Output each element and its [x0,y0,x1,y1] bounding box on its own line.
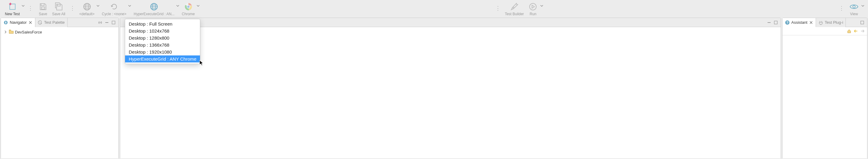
navigator-tab-controls [98,20,118,25]
run-dropdown[interactable] [540,1,544,7]
home-icon[interactable] [846,28,852,34]
dropdown-item[interactable]: Desktop : 1024x768 [125,27,200,34]
dropdown-item[interactable]: Desktop : Full Screen [125,20,200,27]
assistant-panel: ? Assistant Test Plug-i [782,18,867,159]
maximize-icon[interactable] [773,20,778,25]
tab-test-plugin[interactable]: Test Plug-i [816,18,846,27]
maximize-icon[interactable] [860,20,865,25]
save-all-icon [54,2,64,11]
view-button[interactable]: View [847,1,861,17]
globe-grid-icon [149,2,159,11]
tab-assistant-label: Assistant [791,20,807,25]
assistant-body [782,35,867,159]
chrome-icon [184,2,193,11]
chrome-dropdown[interactable] [196,1,200,7]
svg-rect-25 [774,21,777,24]
main-area: Navigator Test Palette [0,18,868,159]
new-test-dropdown[interactable] [22,1,25,7]
dropdown-item[interactable]: Desktop : 1366x768 [125,42,200,48]
run-label: Run [530,12,536,16]
chevron-right-icon[interactable] [4,30,8,34]
svg-rect-23 [112,21,115,24]
toolbar-separator-4: ⋮ [836,1,847,14]
palette-icon [38,20,42,25]
cycle-dropdown[interactable] [128,1,132,7]
tab-plugin-label: Test Plug-i [825,20,843,25]
save-all-label: Save All [52,12,65,16]
tab-test-palette[interactable]: Test Palette [35,18,68,27]
grid-button[interactable]: HyperExecuteGrid : AN... [132,1,176,17]
default-env-label: <default> [80,12,95,16]
cycle-button[interactable]: Cycle : <none> [100,1,128,17]
svg-text:?: ? [786,21,788,24]
tab-assistant[interactable]: ? Assistant [782,18,816,27]
back-arrow-icon[interactable] [853,28,859,34]
svg-point-16 [530,3,536,10]
view-dropdown[interactable] [861,1,865,7]
save-button[interactable]: Save [36,1,50,17]
svg-point-20 [39,23,40,23]
navigator-tree: DevSalesForce [1,27,118,159]
toolbar-separator-3: ⋮ [493,1,503,14]
forward-arrow-icon[interactable] [860,28,865,34]
minimize-icon[interactable] [104,20,109,25]
chrome-label: Chrome [182,12,195,16]
cycle-icon [109,2,119,11]
run-icon [528,2,538,11]
main-toolbar: New Test ⋮ Save Save All ⋮ <default> C [0,0,868,18]
grid-label: HyperExecuteGrid : AN... [134,12,175,16]
folder-icon [9,30,14,35]
save-label: Save [39,12,47,16]
maximize-icon[interactable] [111,20,116,25]
editor-tab-controls [767,20,781,25]
save-icon [38,2,48,11]
svg-rect-24 [768,22,771,23]
navigator-icon [3,20,8,25]
globe-icon [82,2,92,11]
svg-rect-28 [861,21,864,24]
toolbar-separator: ⋮ [25,1,36,14]
grid-dropdown[interactable] [176,1,180,7]
default-env-button[interactable]: <default> [78,1,96,17]
svg-point-17 [853,5,855,8]
tree-item-label: DevSalesForce [15,30,42,34]
tree-item-root[interactable]: DevSalesForce [4,29,115,35]
svg-rect-22 [105,22,108,23]
assistant-mini-toolbar [782,27,867,35]
default-env-dropdown[interactable] [96,1,100,7]
editor-body [120,27,781,159]
svg-point-21 [40,23,41,24]
dropdown-item-selected[interactable]: HyperExecuteGrid : ANY Chrome [125,55,200,62]
minimize-icon[interactable] [767,20,772,25]
new-test-button[interactable]: New Test [3,1,22,17]
resolution-dropdown-menu: Desktop : Full Screen Desktop : 1024x768… [125,19,200,64]
run-button[interactable]: Run [526,1,540,17]
tab-palette-label: Test Palette [44,20,65,25]
editor-panel: Desktop : Full Screen Desktop : 1024x768… [120,18,781,159]
close-icon[interactable] [28,20,33,25]
dropdown-item[interactable]: Desktop : 1280x800 [125,34,200,42]
chrome-button[interactable]: Chrome [180,1,196,17]
navigator-panel: Navigator Test Palette [1,18,119,159]
assistant-tabbar: ? Assistant Test Plug-i [782,18,867,27]
view-label: View [850,12,858,16]
link-icon[interactable] [98,20,102,25]
close-icon[interactable] [809,20,813,25]
svg-point-19 [39,22,39,22]
toolbar-separator-2: ⋮ [67,1,78,14]
assistant-tab-controls [860,20,867,25]
wrench-icon [509,2,519,11]
eye-icon [849,2,859,11]
plugin-icon [818,20,823,25]
cycle-label: Cycle : <none> [102,12,127,16]
save-all-button[interactable]: Save All [50,1,67,17]
tab-navigator-label: Navigator [10,20,27,25]
navigator-tabbar: Navigator Test Palette [1,18,118,27]
new-test-icon [8,2,17,11]
new-test-label: New Test [5,12,20,16]
assistant-icon: ? [785,20,790,25]
dropdown-item[interactable]: Desktop : 1920x1080 [125,48,200,55]
tab-navigator[interactable]: Navigator [1,18,35,27]
test-builder-button[interactable]: Test Builder [503,1,526,17]
test-builder-label: Test Builder [505,12,524,16]
